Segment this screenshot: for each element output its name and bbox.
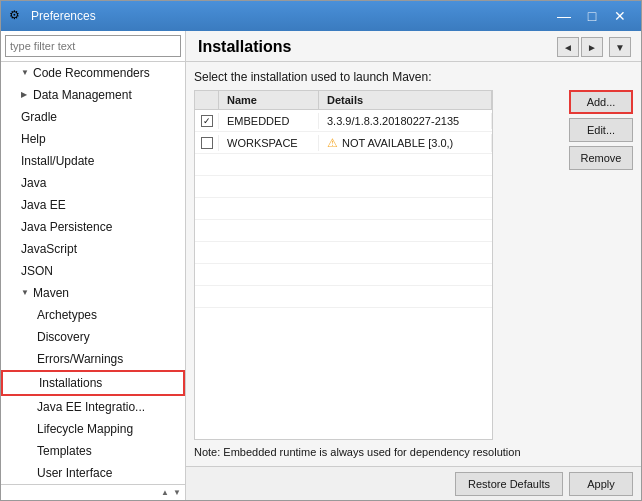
table-row-empty: [195, 264, 492, 286]
sidebar-item-javascript[interactable]: JavaScript: [1, 238, 185, 260]
row-checkbox-workspace[interactable]: [195, 135, 219, 151]
panel-title: Installations: [198, 38, 291, 56]
main-panel: Installations ◄ ► ▼ Select the installat…: [186, 31, 641, 500]
panel-content: Select the installation used to launch M…: [186, 62, 641, 466]
expand-icon: [21, 284, 33, 302]
preferences-window: ⚙ Preferences — □ ✕ Code Recommenders: [0, 0, 642, 501]
sidebar-item-discovery[interactable]: Discovery: [1, 326, 185, 348]
main-content: Code Recommenders Data Management Gradle…: [1, 31, 641, 500]
checkbox-icon: [201, 115, 213, 127]
sidebar-item-data-management[interactable]: Data Management: [1, 84, 185, 106]
note-area: Note: Embedded runtime is always used fo…: [194, 440, 633, 458]
scroll-up-icon[interactable]: ▲: [159, 488, 171, 497]
title-bar: ⚙ Preferences — □ ✕: [1, 1, 641, 31]
restore-defaults-button[interactable]: Restore Defaults: [455, 472, 563, 496]
window-icon: ⚙: [9, 8, 25, 24]
maximize-button[interactable]: □: [579, 6, 605, 26]
row-details-workspace: ⚠NOT AVAILABLE [3.0,): [319, 134, 492, 152]
sidebar-item-lifecycle-mapping[interactable]: Lifecycle Mapping: [1, 418, 185, 440]
table-row-empty: [195, 154, 492, 176]
table-row-empty: [195, 286, 492, 308]
row-name-embedded: EMBEDDED: [219, 113, 319, 129]
remove-button[interactable]: Remove: [569, 146, 633, 170]
sidebar-item-user-interface[interactable]: User Interface: [1, 462, 185, 484]
sidebar-item-archetypes[interactable]: Archetypes: [1, 304, 185, 326]
panel-subtitle: Select the installation used to launch M…: [194, 70, 633, 84]
sidebar-item-gradle[interactable]: Gradle: [1, 106, 185, 128]
table-row[interactable]: EMBEDDED 3.3.9/1.8.3.20180227-2135: [195, 110, 492, 132]
row-name-workspace: WORKSPACE: [219, 135, 319, 151]
search-box: [1, 31, 185, 62]
warning-icon: ⚠: [327, 136, 338, 150]
panel-toolbar: ◄ ► ▼: [557, 37, 631, 57]
window-title: Preferences: [31, 9, 551, 23]
sidebar-tree: Code Recommenders Data Management Gradle…: [1, 62, 185, 484]
col-header-check: [195, 91, 219, 109]
dropdown-button[interactable]: ▼: [609, 37, 631, 57]
sidebar-bottom: ▲ ▼: [1, 484, 185, 500]
panel-header: Installations ◄ ► ▼: [186, 31, 641, 62]
edit-button[interactable]: Edit...: [569, 118, 633, 142]
sidebar-item-installations[interactable]: Installations: [1, 370, 185, 396]
sidebar-item-errors-warnings[interactable]: Errors/Warnings: [1, 348, 185, 370]
apply-button[interactable]: Apply: [569, 472, 633, 496]
back-button[interactable]: ◄: [557, 37, 579, 57]
sidebar: Code Recommenders Data Management Gradle…: [1, 31, 186, 500]
side-buttons: Add... Edit... Remove: [569, 90, 633, 440]
expand-icon: [21, 64, 33, 82]
sidebar-item-install-update[interactable]: Install/Update: [1, 150, 185, 172]
table-row-empty: [195, 176, 492, 198]
sidebar-item-java-persistence[interactable]: Java Persistence: [1, 216, 185, 238]
table-row-empty: [195, 242, 492, 264]
sidebar-item-maven[interactable]: Maven: [1, 282, 185, 304]
checkbox-icon: [201, 137, 213, 149]
search-input[interactable]: [5, 35, 181, 57]
col-header-name: Name: [219, 91, 319, 109]
table-row[interactable]: WORKSPACE ⚠NOT AVAILABLE [3.0,): [195, 132, 492, 154]
sidebar-item-templates[interactable]: Templates: [1, 440, 185, 462]
add-button[interactable]: Add...: [569, 90, 633, 114]
table-header: Name Details: [195, 91, 492, 110]
sidebar-item-java[interactable]: Java: [1, 172, 185, 194]
sidebar-item-json[interactable]: JSON: [1, 260, 185, 282]
expand-icon: [21, 86, 33, 104]
forward-button[interactable]: ►: [581, 37, 603, 57]
sidebar-item-help[interactable]: Help: [1, 128, 185, 150]
table-row-empty: [195, 220, 492, 242]
col-header-details: Details: [319, 91, 492, 109]
table-section: Name Details EMBEDDED 3.3.9/1.8.3.201802…: [194, 90, 633, 440]
close-button[interactable]: ✕: [607, 6, 633, 26]
row-details-embedded: 3.3.9/1.8.3.20180227-2135: [319, 113, 492, 129]
sidebar-item-code-recommenders[interactable]: Code Recommenders: [1, 62, 185, 84]
note-text: Note: Embedded runtime is always used fo…: [194, 446, 521, 458]
sidebar-item-java-ee[interactable]: Java EE: [1, 194, 185, 216]
minimize-button[interactable]: —: [551, 6, 577, 26]
table-row-empty: [195, 198, 492, 220]
installations-table: Name Details EMBEDDED 3.3.9/1.8.3.201802…: [194, 90, 493, 440]
bottom-bar: Restore Defaults Apply: [186, 466, 641, 500]
title-bar-buttons: — □ ✕: [551, 6, 633, 26]
row-checkbox-embedded[interactable]: [195, 113, 219, 129]
sidebar-item-java-ee-integration[interactable]: Java EE Integratio...: [1, 396, 185, 418]
scroll-down-icon[interactable]: ▼: [171, 488, 183, 497]
